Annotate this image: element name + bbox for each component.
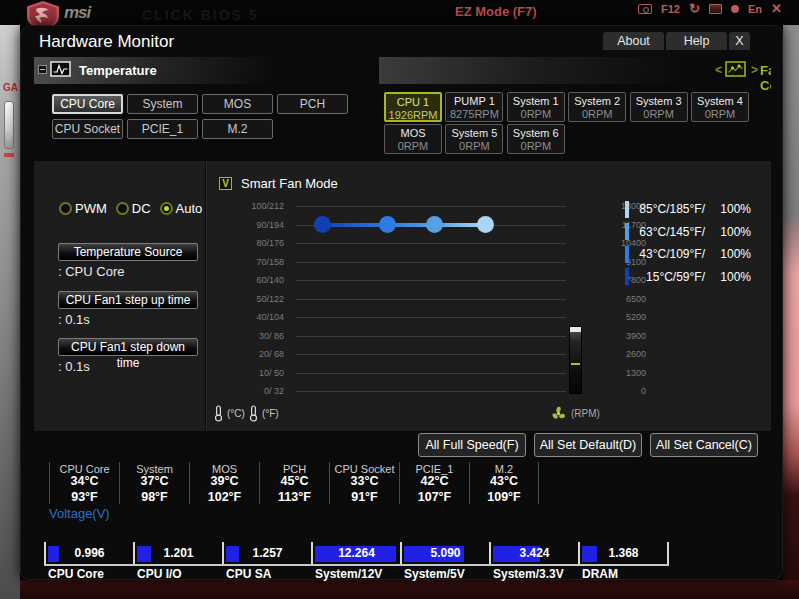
temp-axis-tick-label: 20/ 68 [259, 349, 284, 359]
temp-sensor-button[interactable]: CPU Core [52, 94, 123, 114]
game-boost-label-fragment: GA [3, 82, 18, 93]
x-axis-units: (°C) (°F) [214, 405, 279, 422]
fan-curve-point[interactable] [314, 216, 331, 233]
topbar-icon-group: F12 ↻ En ✕ [638, 3, 782, 15]
fan-button[interactable]: System 60RPM [507, 124, 565, 154]
action-buttons-row: All Full Speed(F)All Set Default(D)All S… [418, 433, 758, 457]
field-header-button[interactable]: Temperature Source [58, 243, 198, 261]
gridline [296, 373, 566, 374]
bios-title-text: CLICK BIOS 5 [142, 7, 259, 23]
screenshot-camera-icon[interactable] [638, 4, 652, 14]
temp-sensor-button[interactable]: System [127, 94, 198, 114]
fan-button[interactable]: System 30RPM [630, 92, 688, 122]
smart-fan-label: Smart Fan Mode [241, 176, 338, 191]
thermometer-icon [214, 405, 223, 422]
temp-sensor-button[interactable]: MOS [202, 94, 273, 114]
rpm-axis-tick-label: 6500 [626, 294, 646, 304]
smart-fan-checkbox[interactable]: V [219, 177, 232, 190]
temp-celsius-value: 42°C [400, 475, 469, 488]
reading-temp-text: 85°C/185°F/ [629, 202, 705, 216]
fan-mode-option[interactable]: PWM [59, 201, 107, 216]
temp-sensor-button[interactable]: PCIE_1 [127, 119, 198, 139]
temp-celsius-value: 37°C [120, 475, 189, 488]
radio-icon [59, 202, 72, 215]
action-button[interactable]: All Set Default(D) [534, 433, 642, 457]
voltage-value: 12.264 [313, 546, 400, 560]
tab-help[interactable]: Help [666, 32, 727, 50]
reading-percent: 100% [705, 225, 751, 239]
fan-level-slider[interactable] [569, 326, 582, 394]
slider-current-mark [571, 363, 580, 365]
temp-sensor-button[interactable]: M.2 [202, 119, 273, 139]
voltage-section-title: Voltage(V) [49, 506, 110, 521]
dialog-title: Hardware Monitor [39, 32, 174, 52]
rpm-axis-tick-label: 0 [641, 386, 646, 396]
voltage-gauge: 3.424 [489, 542, 578, 564]
gridline [296, 391, 566, 392]
voltage-rail-label: System/5V [400, 567, 489, 581]
temp-reading-column: MOS39°C102°F [189, 462, 259, 504]
collapse-icon[interactable] [38, 65, 47, 74]
fan-button[interactable]: PUMP 18275RPM [445, 92, 503, 122]
fan-button-label: PUMP 1 [446, 94, 502, 108]
close-dialog-button[interactable]: X [729, 32, 750, 50]
fan-curve-point[interactable] [379, 216, 396, 233]
gridline [296, 262, 566, 263]
tab-about[interactable]: About [603, 32, 664, 50]
gridline [296, 206, 566, 207]
fan-mode-option[interactable]: DC [116, 201, 151, 216]
action-button[interactable]: All Full Speed(F) [418, 433, 526, 457]
monitor-panel: Temperature < > Fan Control CPU CoreSyst… [34, 57, 771, 431]
fan-button-rpm: 0RPM [508, 108, 564, 121]
field-header-button[interactable]: CPU Fan1 step down time [58, 338, 198, 356]
refresh-icon[interactable]: ↻ [689, 4, 700, 14]
fan-button-label: MOS [385, 126, 441, 140]
reading-temp-text: 43°C/109°F/ [629, 247, 705, 261]
gridline [296, 354, 566, 355]
monitor-icon[interactable] [709, 4, 722, 14]
fan-button-label: System 4 [692, 94, 748, 108]
fan-button[interactable]: CPU 11926RPM [384, 92, 442, 122]
temp-fahrenheit-value: 109°F [470, 491, 538, 504]
fan-mode-option[interactable]: Auto [160, 201, 203, 216]
field-value: : CPU Core [58, 264, 124, 279]
rpm-axis-tick-label: 1300 [626, 368, 646, 378]
user-icon[interactable] [731, 5, 739, 13]
fan-curve-point[interactable] [477, 216, 494, 233]
temperature-readings-table: CPU Core34°C93°FSystem37°C98°FMOS39°C102… [49, 462, 539, 504]
prev-section-arrow[interactable]: < [715, 63, 722, 77]
action-button[interactable]: All Set Cancel(C) [650, 433, 758, 457]
fan-button[interactable]: System 20RPM [568, 92, 626, 122]
rpm-unit-label: (RPM) [571, 408, 600, 419]
field-header-button[interactable]: CPU Fan1 step up time [58, 291, 198, 309]
voltage-rail-label: System/12V [311, 567, 400, 581]
temp-axis-tick-label: 60/140 [256, 275, 284, 285]
brand-wordmark: msi [64, 3, 90, 23]
voltage-rail-label: CPU SA [222, 567, 311, 581]
fan-button-rpm: 0RPM [385, 140, 441, 153]
temp-sensor-button[interactable]: PCH [277, 94, 348, 114]
temp-reading-column: M.243°C109°F [469, 462, 539, 504]
temp-sensor-button[interactable]: CPU Socket [52, 119, 123, 139]
fan-point-reading: 63°C/145°F/100% [625, 223, 751, 241]
fan-button[interactable]: System 10RPM [507, 92, 565, 122]
language-label[interactable]: En [748, 3, 762, 15]
fan-mode-label: PWM [75, 201, 107, 216]
temp-axis-tick-label: 0/ 32 [264, 386, 284, 396]
rpm-axis-tick-label: 3900 [626, 331, 646, 341]
voltage-value: 3.424 [491, 546, 578, 560]
gridline [296, 336, 566, 337]
fan-button[interactable]: MOS0RPM [384, 124, 442, 154]
next-section-arrow[interactable]: > [751, 63, 758, 77]
temp-fahrenheit-value: 91°F [330, 491, 399, 504]
fan-button[interactable]: System 50RPM [445, 124, 503, 154]
voltage-gauges-row: 0.9961.2011.25712.2645.0903.4241.368 [44, 542, 669, 566]
gridline [296, 280, 566, 281]
fan-button[interactable]: System 40RPM [691, 92, 749, 122]
fan-button-label: System 3 [631, 94, 687, 108]
fan-curve-point[interactable] [426, 216, 443, 233]
ez-mode-button[interactable]: EZ Mode (F7) [455, 4, 537, 19]
close-bios-icon[interactable]: ✕ [771, 4, 782, 14]
fan-button-label: System 5 [446, 126, 502, 140]
temp-axis-tick-label: 40/104 [256, 312, 284, 322]
